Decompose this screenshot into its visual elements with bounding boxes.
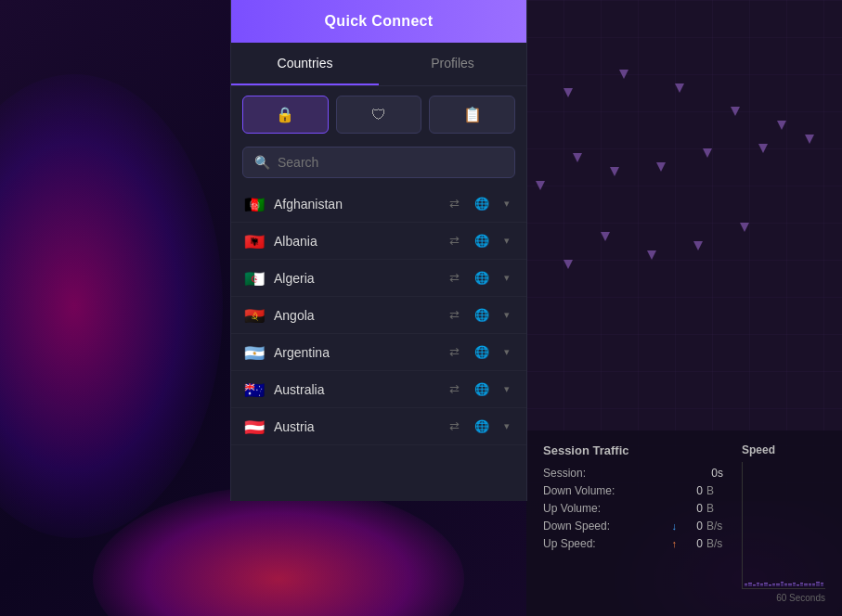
quick-connect-button[interactable]: Quick Connect [231, 0, 526, 43]
down-speed-label: Down Speed: [543, 520, 672, 533]
filter-row: 🔒 🛡 📋 [231, 86, 526, 143]
globe-icon-angola[interactable]: 🌐 [471, 306, 493, 324]
search-icon: 🔍 [254, 155, 270, 170]
down-volume-label: Down Volume: [543, 484, 680, 497]
country-actions-austria: ⇄ 🌐 ▾ [446, 417, 513, 435]
tab-countries[interactable]: Countries [231, 43, 379, 85]
country-name-argentina: Argentina [274, 345, 436, 360]
stat-down-speed: Down Speed: ↓ 0 B/s [543, 520, 727, 533]
flag-albania: 🇦🇱 [244, 234, 265, 249]
shield-icon: 🛡 [371, 107, 386, 123]
flag-austria: 🇦🇹 [244, 419, 265, 434]
country-item-argentina[interactable]: 🇦🇷 Argentina ⇄ 🌐 ▾ [231, 334, 526, 371]
chevron-icon-angola[interactable]: ▾ [500, 307, 513, 323]
country-name-albania: Albania [274, 234, 436, 249]
up-volume-value: 0 [680, 502, 703, 515]
speed-bar-18 [816, 582, 819, 586]
flag-algeria: 🇩🇿 [244, 271, 265, 286]
flag-angola: 🇦🇴 [244, 308, 265, 323]
refresh-icon-argentina[interactable]: ⇄ [446, 343, 463, 361]
down-volume-unit: B [706, 484, 727, 497]
up-speed-unit: B/s [706, 537, 727, 550]
country-item-albania[interactable]: 🇦🇱 Albania ⇄ 🌐 ▾ [231, 223, 526, 260]
stats-left: Session Traffic Session: 0s Down Volume:… [543, 443, 727, 603]
country-actions-australia: ⇄ 🌐 ▾ [446, 380, 513, 398]
speed-bar-3 [757, 583, 759, 586]
speed-bar-14 [800, 583, 803, 586]
stat-up-volume: Up Volume: 0 B [543, 502, 727, 515]
refresh-icon-austria[interactable]: ⇄ [446, 417, 463, 435]
chevron-icon-austria[interactable]: ▾ [500, 418, 513, 434]
speed-bar-0 [745, 584, 747, 586]
stats-right: Speed 60 Seconds [742, 443, 825, 603]
country-item-afghanistan[interactable]: 🇦🇫 Afghanistan ⇄ 🌐 ▾ [231, 186, 526, 223]
up-speed-label: Up Speed: [543, 537, 672, 550]
refresh-icon-angola[interactable]: ⇄ [446, 306, 463, 324]
filter-list-button[interactable]: 📋 [429, 96, 515, 134]
chevron-icon-algeria[interactable]: ▾ [500, 270, 513, 286]
tab-profiles[interactable]: Profiles [379, 43, 526, 85]
session-value: 0s [701, 467, 723, 480]
map-marker-21 [647, 250, 656, 260]
lock-icon: 🔒 [276, 106, 294, 123]
map-marker-4 [619, 70, 628, 79]
flag-australia: 🇦🇺 [244, 382, 265, 397]
chevron-icon-afghanistan[interactable]: ▾ [500, 196, 513, 212]
filter-lock-button[interactable]: 🔒 [242, 96, 329, 134]
speed-bar-10 [784, 584, 787, 586]
speed-bar-19 [821, 583, 823, 586]
map-marker-19 [740, 223, 749, 232]
country-item-algeria[interactable]: 🇩🇿 Algeria ⇄ 🌐 ▾ [231, 260, 526, 297]
chevron-icon-australia[interactable]: ▾ [500, 381, 513, 397]
map-marker-3 [563, 88, 573, 97]
country-name-afghanistan: Afghanistan [274, 197, 436, 212]
session-label: Session: [543, 467, 701, 480]
speed-bar-13 [797, 584, 799, 586]
country-name-angola: Angola [274, 308, 436, 323]
globe-icon-algeria[interactable]: 🌐 [471, 269, 493, 287]
globe-icon-afghanistan[interactable]: 🌐 [471, 195, 493, 212]
country-actions-albania: ⇄ 🌐 ▾ [446, 232, 513, 250]
country-name-australia: Australia [274, 382, 436, 397]
globe-icon-albania[interactable]: 🌐 [471, 232, 493, 250]
country-item-australia[interactable]: 🇦🇺 Australia ⇄ 🌐 ▾ [231, 371, 526, 408]
chevron-icon-albania[interactable]: ▾ [500, 233, 513, 249]
globe-icon-australia[interactable]: 🌐 [471, 380, 493, 398]
refresh-icon-australia[interactable]: ⇄ [446, 380, 463, 398]
country-list[interactable]: 🇦🇫 Afghanistan ⇄ 🌐 ▾ 🇦🇱 Albania ⇄ 🌐 ▾ 🇩🇿… [231, 186, 526, 501]
speed-chart [742, 462, 825, 589]
map-marker-9 [758, 144, 768, 153]
map-marker-12 [610, 167, 619, 176]
speed-bar-17 [812, 584, 815, 586]
filter-shield-button[interactable]: 🛡 [336, 96, 422, 134]
stats-panel: Session Traffic Session: 0s Down Volume:… [526, 430, 842, 616]
map-marker-23 [563, 260, 573, 269]
country-actions-argentina: ⇄ 🌐 ▾ [446, 343, 513, 361]
list-icon: 📋 [463, 106, 482, 123]
map-marker-6 [731, 107, 740, 116]
tabs-row: Countries Profiles [231, 43, 526, 86]
speed-bar-5 [764, 583, 767, 586]
refresh-icon-algeria[interactable]: ⇄ [446, 269, 463, 287]
refresh-icon-afghanistan[interactable]: ⇄ [446, 195, 463, 212]
stat-up-speed: Up Speed: ↑ 0 B/s [543, 537, 727, 550]
speed-bar-16 [809, 584, 811, 586]
speed-bar-8 [776, 584, 779, 586]
map-marker-8 [805, 135, 814, 144]
country-item-angola[interactable]: 🇦🇴 Angola ⇄ 🌐 ▾ [231, 297, 526, 334]
speed-bar-2 [753, 584, 756, 586]
country-name-algeria: Algeria [274, 271, 436, 286]
map-marker-14 [536, 181, 545, 190]
down-arrow-icon: ↓ [672, 520, 678, 532]
vpn-panel: Quick Connect Countries Profiles 🔒 🛡 📋 🔍… [230, 0, 527, 501]
chevron-icon-argentina[interactable]: ▾ [500, 344, 513, 360]
country-actions-algeria: ⇄ 🌐 ▾ [446, 269, 513, 287]
country-item-austria[interactable]: 🇦🇹 Austria ⇄ 🌐 ▾ [231, 408, 526, 445]
globe-icon-austria[interactable]: 🌐 [471, 417, 493, 435]
globe-icon-argentina[interactable]: 🌐 [471, 343, 493, 361]
speed-bar-9 [781, 582, 784, 586]
map-marker-11 [656, 162, 666, 172]
refresh-icon-albania[interactable]: ⇄ [446, 232, 463, 250]
up-volume-label: Up Volume: [543, 502, 680, 515]
search-input[interactable] [278, 155, 503, 170]
